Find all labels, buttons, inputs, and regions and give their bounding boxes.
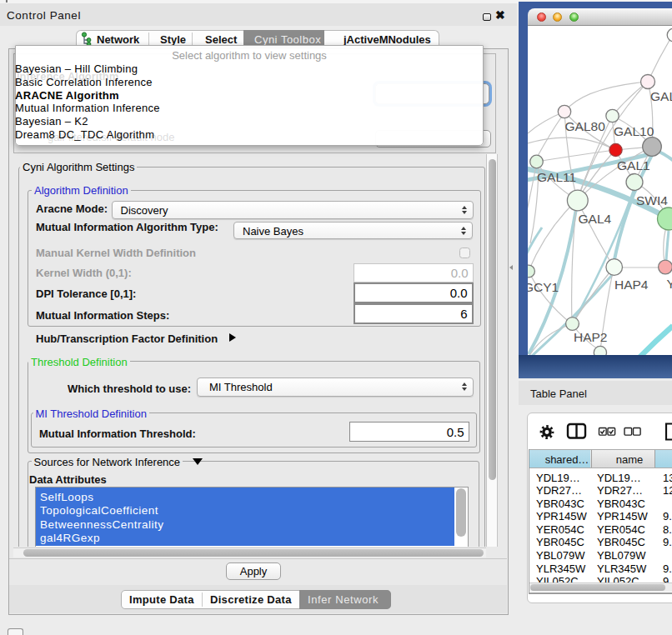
svg-text:GCY1: GCY1 [528, 280, 559, 294]
svg-text:GAL4: GAL4 [579, 212, 612, 226]
svg-text:GAL2: GAL2 [650, 89, 672, 103]
svg-text:GAL11: GAL11 [537, 170, 576, 184]
svg-text:GAL10: GAL10 [614, 124, 654, 138]
svg-text:GAL1: GAL1 [617, 158, 650, 172]
svg-text:HAP4: HAP4 [614, 278, 649, 292]
svg-text:YD: YD [667, 277, 672, 291]
svg-text:GAL80: GAL80 [565, 119, 606, 133]
svg-text:SWI4: SWI4 [636, 193, 668, 208]
svg-text:HAP2: HAP2 [574, 330, 608, 344]
